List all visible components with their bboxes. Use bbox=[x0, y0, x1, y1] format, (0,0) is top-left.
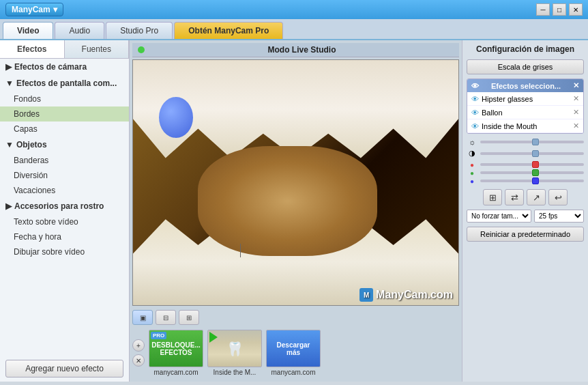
brightness-thumb[interactable] bbox=[532, 139, 539, 145]
tab-studio-pro[interactable]: Studio Pro bbox=[106, 22, 173, 39]
tab-video[interactable]: Video bbox=[3, 22, 53, 39]
size-select[interactable]: No forzar tam... bbox=[467, 210, 531, 223]
section-accesorios-label: Accesorios para rostro bbox=[14, 201, 104, 211]
face-overlay bbox=[198, 146, 377, 257]
red-thumb[interactable] bbox=[532, 161, 539, 168]
effects-header-label: Efectos seleccion... bbox=[491, 82, 561, 90]
thumb-descargar-bg: Descargar más bbox=[267, 330, 320, 367]
thumb-item-2: Descargar más manycam.com bbox=[266, 330, 321, 376]
effect-close-0[interactable]: ✕ bbox=[573, 94, 579, 103]
sidebar-item-capas[interactable]: Capas bbox=[0, 122, 129, 137]
thumb-label-1: Inside the M... bbox=[214, 369, 256, 376]
contrast-thumb[interactable] bbox=[532, 150, 539, 157]
mode-label: Modo Live Studio bbox=[150, 45, 454, 55]
flip-v-btn[interactable]: ⇄ bbox=[505, 189, 524, 205]
minimize-btn[interactable]: ─ bbox=[536, 3, 550, 16]
thumb-item-0: PRO DESBLOQUE... EFECTOS manycam.com bbox=[149, 330, 203, 376]
effects-selected-panel: 👁 Efectos seleccion... ✕ 👁 Hipster glass… bbox=[467, 79, 584, 134]
arrow-objetos: ▼ bbox=[5, 140, 14, 149]
thumbnails-row: + ✕ PRO DESBLOQUE... EFECTOS manycam.com bbox=[132, 327, 459, 379]
effects-header: 👁 Efectos seleccion... ✕ bbox=[467, 79, 583, 92]
effects-close-icon[interactable]: ✕ bbox=[573, 81, 579, 90]
effect-close-1[interactable]: ✕ bbox=[573, 108, 579, 117]
watermark-text: ManyCam.com bbox=[376, 289, 453, 301]
thumb-img-desbloquear[interactable]: PRO DESBLOQUE... EFECTOS bbox=[149, 330, 203, 367]
window-controls: ─ □ ✕ bbox=[536, 3, 583, 16]
slider-blue: ● bbox=[467, 177, 584, 185]
effect-eye-0[interactable]: 👁 bbox=[471, 95, 479, 103]
blue-thumb[interactable] bbox=[532, 177, 539, 184]
tab-get-pro[interactable]: Obtén ManyCam Pro bbox=[174, 22, 283, 39]
section-accesorios[interactable]: ▶ Accesorios para rostro bbox=[0, 198, 129, 214]
tab-audio[interactable]: Audio bbox=[55, 22, 104, 39]
fps-select[interactable]: 25 fps bbox=[534, 210, 584, 223]
slider-brightness: ☼ bbox=[467, 138, 584, 146]
sidebar-item-diversion[interactable]: Diversión bbox=[0, 168, 129, 183]
sidebar-tab-fuentes[interactable]: Fuentes bbox=[65, 40, 130, 58]
undo-btn[interactable]: ↩ bbox=[548, 189, 568, 205]
rotate-btn[interactable]: ↗ bbox=[527, 189, 546, 205]
thumb-desbloquear-bg: PRO DESBLOQUE... EFECTOS bbox=[149, 330, 203, 367]
desbloquear-line2: EFECTOS bbox=[160, 349, 192, 356]
blue-track[interactable] bbox=[480, 180, 584, 182]
sidebar-item-dibujar[interactable]: Dibujar sobre vídeo bbox=[0, 244, 129, 259]
thumb-item-1: 🦷 Inside the M... bbox=[207, 330, 262, 376]
tab-get-pro-label: Obtén ManyCam Pro bbox=[188, 26, 269, 35]
sidebar-tab-efectos[interactable]: Efectos bbox=[0, 40, 65, 58]
view-split-btn[interactable]: ⊟ bbox=[156, 310, 176, 325]
effect-name-0: Hipster glasses bbox=[482, 95, 570, 103]
fuentes-label: Fuentes bbox=[82, 44, 111, 54]
grayscale-button[interactable]: Escala de grises bbox=[467, 59, 584, 74]
titlebar: ManyCam ▾ ─ □ ✕ bbox=[0, 0, 588, 19]
brightness-track[interactable] bbox=[480, 141, 584, 143]
section-screen-label: Efectos de pantalla com... bbox=[16, 79, 117, 88]
video-header: Modo Live Studio bbox=[132, 43, 459, 57]
tab-video-label: Video bbox=[17, 26, 39, 35]
section-screen-effects[interactable]: ▼ Efectos de pantalla com... bbox=[0, 75, 129, 91]
thumb-add-btn[interactable]: + bbox=[132, 339, 145, 352]
effect-row-2: 👁 Inside the Mouth ✕ bbox=[467, 119, 583, 133]
close-btn[interactable]: ✕ bbox=[569, 3, 583, 16]
manycam-logo-btn[interactable]: ManyCam ▾ bbox=[5, 3, 63, 16]
red-track[interactable] bbox=[480, 163, 584, 166]
sidebar-tabs: Efectos Fuentes bbox=[0, 40, 129, 59]
contrast-track[interactable] bbox=[480, 152, 584, 155]
descargar-line2: más bbox=[286, 349, 300, 356]
sidebar-item-banderas[interactable]: Banderas bbox=[0, 153, 129, 168]
sidebar-items: ▶ Efectos de cámara ▼ Efectos de pantall… bbox=[0, 59, 129, 356]
pro-badge: PRO bbox=[151, 332, 166, 339]
effect-eye-1[interactable]: 👁 bbox=[471, 109, 479, 117]
sidebar-item-fecha[interactable]: Fecha y hora bbox=[0, 229, 129, 244]
maximize-btn[interactable]: □ bbox=[553, 3, 566, 16]
view-grid-btn[interactable]: ⊞ bbox=[179, 310, 199, 325]
sidebar-item-texto[interactable]: Texto sobre vídeo bbox=[0, 214, 129, 229]
flip-h-btn[interactable]: ⊞ bbox=[483, 189, 502, 205]
green-thumb[interactable] bbox=[532, 169, 539, 176]
section-camera-effects[interactable]: ▶ Efectos de cámara bbox=[0, 59, 129, 75]
slider-contrast: ◑ bbox=[467, 149, 584, 158]
view-single-btn[interactable]: ▣ bbox=[132, 310, 153, 325]
balloon-string bbox=[240, 244, 241, 257]
sidebar: Efectos Fuentes ▶ Efectos de cámara ▼ Ef… bbox=[0, 40, 130, 382]
effect-eye-2[interactable]: 👁 bbox=[471, 122, 479, 130]
effect-close-2[interactable]: ✕ bbox=[573, 122, 579, 130]
sidebar-item-vacaciones[interactable]: Vacaciones bbox=[0, 183, 129, 198]
tab-audio-label: Audio bbox=[69, 26, 90, 35]
reset-button[interactable]: Reiniciar a predeterminado bbox=[467, 227, 584, 242]
sidebar-item-fondos[interactable]: Fondos bbox=[0, 91, 129, 106]
thumb-img-mouth[interactable]: 🦷 bbox=[207, 330, 262, 367]
desbloquear-line1: DESBLOQUE... bbox=[151, 341, 201, 349]
main-content: Modo Live Studio M ManyCam.com ▣ ⊟ ⊞ + ✕ bbox=[130, 40, 462, 382]
watermark-icon: M bbox=[359, 288, 373, 302]
green-track[interactable] bbox=[480, 171, 584, 174]
slider-green: ● bbox=[467, 169, 584, 177]
video-preview: M ManyCam.com bbox=[132, 59, 459, 306]
section-objetos[interactable]: ▼ Objetos bbox=[0, 137, 129, 153]
thumb-img-descargar[interactable]: Descargar más bbox=[266, 330, 321, 367]
fps-row: No forzar tam... 25 fps bbox=[467, 210, 584, 223]
add-effect-button[interactable]: Agregar nuevo efecto bbox=[5, 360, 123, 377]
slider-red: ● bbox=[467, 160, 584, 169]
sidebar-item-bordes[interactable]: Bordes bbox=[0, 106, 129, 122]
thumb-remove-btn[interactable]: ✕ bbox=[132, 354, 145, 367]
logo-text: ManyCam bbox=[12, 5, 50, 14]
